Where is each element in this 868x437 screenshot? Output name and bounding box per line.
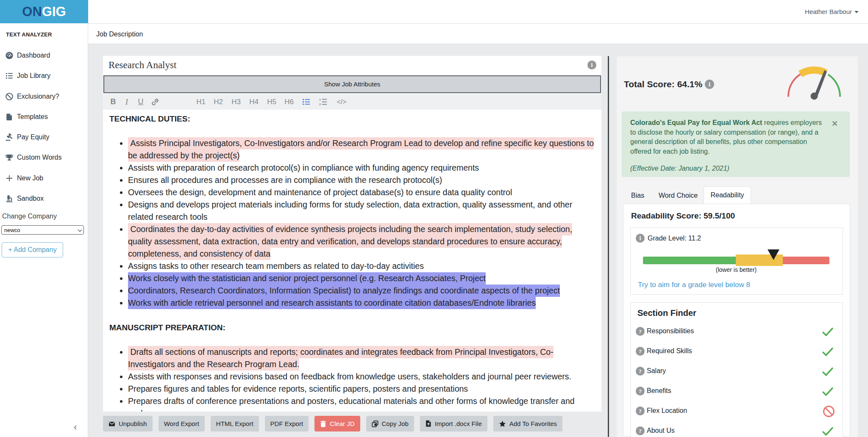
svg-text:1: 1 [319, 98, 321, 101]
svg-text:2: 2 [319, 103, 321, 106]
